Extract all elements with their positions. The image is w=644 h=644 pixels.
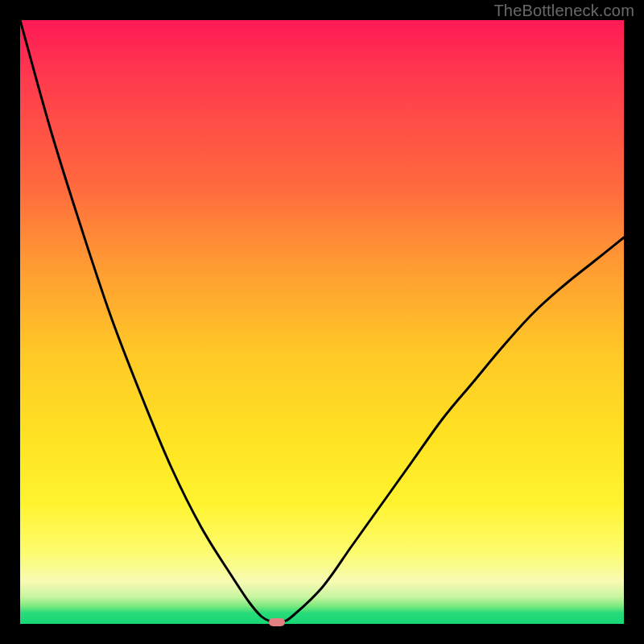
bottleneck-point-marker	[269, 618, 285, 626]
bottleneck-curve	[20, 20, 624, 624]
watermark-text: TheBottleneck.com	[493, 2, 634, 20]
curve-right-arm	[283, 237, 624, 621]
curve-left-arm	[20, 20, 270, 621]
chart-area	[20, 20, 624, 624]
